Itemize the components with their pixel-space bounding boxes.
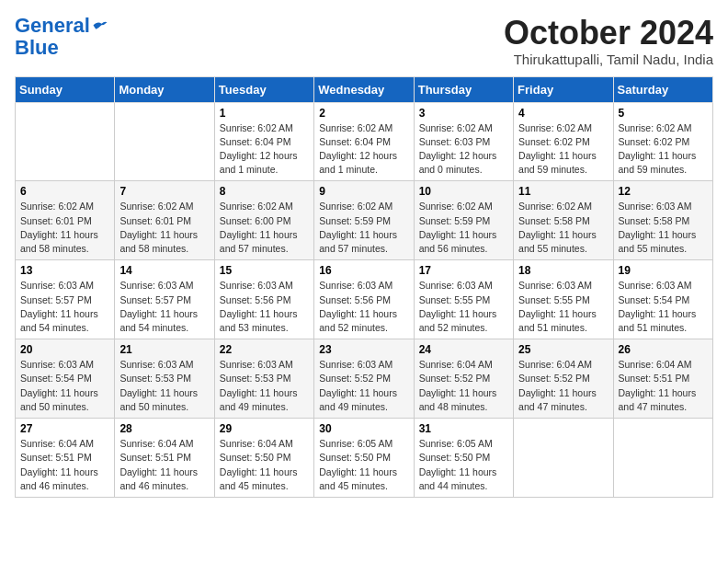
calendar-cell: 4Sunrise: 6:02 AM Sunset: 6:02 PM Daylig… (514, 102, 613, 181)
day-info: Sunrise: 6:03 AM Sunset: 5:56 PM Dayligh… (220, 279, 309, 335)
calendar-cell: 25Sunrise: 6:04 AM Sunset: 5:52 PM Dayli… (514, 339, 613, 419)
calendar-cell: 19Sunrise: 6:03 AM Sunset: 5:54 PM Dayli… (613, 260, 712, 339)
day-number: 18 (518, 264, 608, 277)
day-number: 10 (419, 185, 508, 198)
calendar-cell: 10Sunrise: 6:02 AM Sunset: 5:59 PM Dayli… (414, 181, 513, 260)
page-header: General Blue October 2024 Thirukattupall… (15, 15, 713, 67)
day-number: 8 (220, 185, 309, 198)
calendar-cell: 20Sunrise: 6:03 AM Sunset: 5:54 PM Dayli… (16, 339, 115, 419)
day-number: 13 (20, 264, 109, 277)
day-number: 19 (619, 264, 708, 277)
day-info: Sunrise: 6:02 AM Sunset: 6:02 PM Dayligh… (619, 121, 708, 178)
day-info: Sunrise: 6:03 AM Sunset: 5:53 PM Dayligh… (220, 358, 309, 414)
calendar-cell: 9Sunrise: 6:02 AM Sunset: 5:59 PM Daylig… (314, 181, 414, 260)
day-number: 24 (419, 343, 508, 356)
day-info: Sunrise: 6:02 AM Sunset: 6:01 PM Dayligh… (119, 200, 209, 256)
day-info: Sunrise: 6:02 AM Sunset: 5:59 PM Dayligh… (419, 200, 508, 256)
calendar-cell: 6Sunrise: 6:02 AM Sunset: 6:01 PM Daylig… (16, 181, 115, 260)
day-number: 29 (220, 422, 309, 435)
calendar-cell: 17Sunrise: 6:03 AM Sunset: 5:55 PM Dayli… (414, 260, 513, 339)
day-info: Sunrise: 6:05 AM Sunset: 5:50 PM Dayligh… (319, 437, 408, 493)
day-number: 28 (119, 422, 209, 435)
calendar-cell: 14Sunrise: 6:03 AM Sunset: 5:57 PM Dayli… (115, 260, 214, 339)
day-number: 21 (119, 343, 209, 356)
day-info: Sunrise: 6:02 AM Sunset: 5:59 PM Dayligh… (319, 200, 408, 256)
calendar-cell: 1Sunrise: 6:02 AM Sunset: 6:04 PM Daylig… (214, 102, 313, 181)
calendar-cell (514, 419, 613, 498)
calendar-cell: 11Sunrise: 6:02 AM Sunset: 5:58 PM Dayli… (514, 181, 613, 260)
day-info: Sunrise: 6:02 AM Sunset: 5:58 PM Dayligh… (518, 200, 608, 256)
day-info: Sunrise: 6:04 AM Sunset: 5:51 PM Dayligh… (20, 437, 109, 493)
calendar-cell: 21Sunrise: 6:03 AM Sunset: 5:53 PM Dayli… (115, 339, 214, 419)
day-info: Sunrise: 6:02 AM Sunset: 6:01 PM Dayligh… (20, 200, 109, 256)
calendar-cell: 18Sunrise: 6:03 AM Sunset: 5:55 PM Dayli… (514, 260, 613, 339)
day-number: 7 (119, 185, 209, 198)
day-number: 22 (220, 343, 309, 356)
day-info: Sunrise: 6:02 AM Sunset: 6:04 PM Dayligh… (319, 121, 408, 178)
day-number: 23 (319, 343, 408, 356)
calendar-cell: 7Sunrise: 6:02 AM Sunset: 6:01 PM Daylig… (115, 181, 214, 260)
logo: General Blue (15, 15, 108, 59)
calendar-table: SundayMondayTuesdayWednesdayThursdayFrid… (15, 76, 713, 498)
day-info: Sunrise: 6:03 AM Sunset: 5:55 PM Dayligh… (518, 279, 608, 335)
calendar-cell: 15Sunrise: 6:03 AM Sunset: 5:56 PM Dayli… (214, 260, 313, 339)
calendar-cell: 24Sunrise: 6:04 AM Sunset: 5:52 PM Dayli… (414, 339, 513, 419)
calendar-cell: 31Sunrise: 6:05 AM Sunset: 5:50 PM Dayli… (414, 419, 513, 498)
col-header-monday: Monday (115, 76, 214, 102)
calendar-cell: 5Sunrise: 6:02 AM Sunset: 6:02 PM Daylig… (613, 102, 712, 181)
day-info: Sunrise: 6:02 AM Sunset: 6:00 PM Dayligh… (220, 200, 309, 256)
day-number: 4 (518, 107, 608, 120)
col-header-saturday: Saturday (613, 76, 712, 102)
calendar-cell (115, 102, 214, 181)
calendar-cell: 3Sunrise: 6:02 AM Sunset: 6:03 PM Daylig… (414, 102, 513, 181)
day-number: 25 (518, 343, 608, 356)
location: Thirukattupalli, Tamil Nadu, India (504, 52, 713, 67)
day-number: 17 (419, 264, 508, 277)
month-title: October 2024 (504, 15, 713, 52)
day-info: Sunrise: 6:04 AM Sunset: 5:52 PM Dayligh… (518, 358, 608, 414)
day-info: Sunrise: 6:05 AM Sunset: 5:50 PM Dayligh… (419, 437, 508, 493)
day-number: 12 (619, 185, 708, 198)
day-number: 26 (619, 343, 708, 356)
calendar-cell: 23Sunrise: 6:03 AM Sunset: 5:52 PM Dayli… (314, 339, 414, 419)
day-info: Sunrise: 6:04 AM Sunset: 5:50 PM Dayligh… (220, 437, 309, 493)
day-number: 20 (20, 343, 109, 356)
calendar-cell: 27Sunrise: 6:04 AM Sunset: 5:51 PM Dayli… (16, 419, 115, 498)
calendar-cell: 30Sunrise: 6:05 AM Sunset: 5:50 PM Dayli… (314, 419, 414, 498)
col-header-wednesday: Wednesday (314, 76, 414, 102)
calendar-cell: 26Sunrise: 6:04 AM Sunset: 5:51 PM Dayli… (613, 339, 712, 419)
day-info: Sunrise: 6:02 AM Sunset: 6:02 PM Dayligh… (518, 121, 608, 178)
title-block: October 2024 Thirukattupalli, Tamil Nadu… (504, 15, 713, 67)
day-number: 3 (419, 107, 508, 120)
day-number: 30 (319, 422, 408, 435)
day-info: Sunrise: 6:03 AM Sunset: 5:57 PM Dayligh… (20, 279, 109, 335)
day-info: Sunrise: 6:03 AM Sunset: 5:55 PM Dayligh… (419, 279, 508, 335)
day-number: 5 (619, 107, 708, 120)
col-header-tuesday: Tuesday (214, 76, 313, 102)
calendar-cell: 8Sunrise: 6:02 AM Sunset: 6:00 PM Daylig… (214, 181, 313, 260)
col-header-sunday: Sunday (16, 76, 115, 102)
day-number: 16 (319, 264, 408, 277)
day-number: 15 (220, 264, 309, 277)
day-info: Sunrise: 6:02 AM Sunset: 6:04 PM Dayligh… (220, 121, 309, 178)
day-info: Sunrise: 6:03 AM Sunset: 5:56 PM Dayligh… (319, 279, 408, 335)
calendar-cell: 16Sunrise: 6:03 AM Sunset: 5:56 PM Dayli… (314, 260, 414, 339)
day-number: 1 (220, 107, 309, 120)
day-number: 6 (20, 185, 109, 198)
day-info: Sunrise: 6:03 AM Sunset: 5:52 PM Dayligh… (319, 358, 408, 414)
day-number: 27 (20, 422, 109, 435)
day-info: Sunrise: 6:03 AM Sunset: 5:53 PM Dayligh… (119, 358, 209, 414)
day-number: 14 (119, 264, 209, 277)
day-info: Sunrise: 6:03 AM Sunset: 5:54 PM Dayligh… (619, 279, 708, 335)
col-header-friday: Friday (514, 76, 613, 102)
calendar-cell: 28Sunrise: 6:04 AM Sunset: 5:51 PM Dayli… (115, 419, 214, 498)
day-info: Sunrise: 6:04 AM Sunset: 5:51 PM Dayligh… (619, 358, 708, 414)
day-info: Sunrise: 6:03 AM Sunset: 5:58 PM Dayligh… (619, 200, 708, 256)
day-number: 31 (419, 422, 508, 435)
day-info: Sunrise: 6:04 AM Sunset: 5:52 PM Dayligh… (419, 358, 508, 414)
logo-text: General (15, 15, 90, 37)
day-info: Sunrise: 6:03 AM Sunset: 5:57 PM Dayligh… (119, 279, 209, 335)
day-info: Sunrise: 6:04 AM Sunset: 5:51 PM Dayligh… (119, 437, 209, 493)
logo-bird-icon (92, 19, 108, 32)
calendar-cell: 29Sunrise: 6:04 AM Sunset: 5:50 PM Dayli… (214, 419, 313, 498)
